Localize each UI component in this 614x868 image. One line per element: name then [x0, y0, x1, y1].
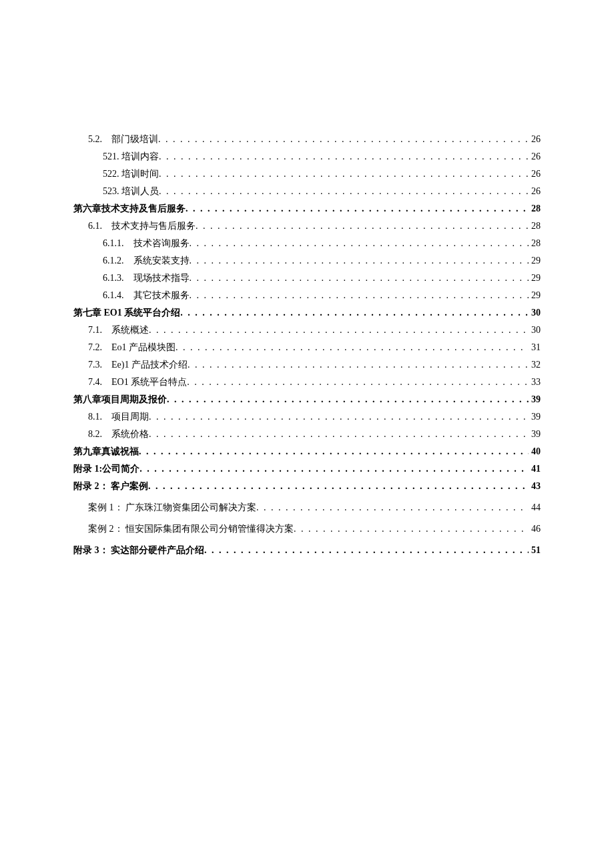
toc-leader-dots	[187, 377, 529, 388]
toc-label: 6.1. 技术支持与售后服务	[88, 220, 196, 232]
toc-page-number: 32	[529, 360, 541, 370]
toc-label: 6.1.2. 系统安装支持	[103, 255, 190, 267]
toc-page-number: 41	[529, 464, 541, 474]
toc-leader-dots	[176, 342, 529, 353]
toc-page-number: 51	[529, 545, 541, 556]
toc-entry: 8.1. 项目周期 39	[73, 411, 541, 423]
toc-page-number: 40	[529, 446, 541, 457]
toc-label: 第六章技术支持及售后服务	[73, 203, 186, 215]
toc-entry: 案例 2： 恒安国际集团有限公司分销管懂得决方案46	[73, 523, 541, 535]
toc-label: 6.1.1. 技术咨询服务	[103, 238, 190, 250]
toc-page-number: 39	[529, 394, 541, 405]
toc-leader-dots	[256, 502, 529, 513]
toc-label: 523. 培训人员	[103, 185, 159, 197]
toc-entry: 附录 2： 客户案例 43	[73, 480, 541, 492]
toc-page-number: 26	[529, 186, 541, 197]
toc-leader-dots	[190, 256, 529, 266]
toc-leader-dots	[159, 151, 529, 162]
toc-leader-dots	[190, 238, 529, 249]
toc-label: 5.2. 部门级培训	[88, 133, 158, 145]
toc-page-number: 26	[529, 134, 541, 145]
toc-page-number: 29	[529, 290, 541, 301]
toc-entry: 第八章项目周期及报价39	[73, 394, 541, 406]
toc-page-number: 29	[529, 256, 541, 266]
toc-label: 6.1.4. 其它技术服务	[103, 290, 190, 302]
toc-entry: 附录 1:公司简介 41	[73, 463, 541, 475]
toc-entry: 附录 3： 实达部分硬件产品介绍51	[73, 544, 541, 556]
toc-page-number: 28	[529, 203, 541, 214]
toc-leader-dots	[148, 481, 529, 492]
toc-entry: 7.1. 系统概述 30	[73, 324, 541, 336]
table-of-contents: 5.2. 部门级培训 26521. 培训内容 26522. 培训时间 26523…	[73, 133, 541, 556]
toc-entry: 521. 培训内容 26	[73, 151, 541, 163]
toc-label: 案例 2： 恒安国际集团有限公司分销管懂得决方案	[88, 523, 294, 535]
toc-label: 8.1. 项目周期	[88, 411, 149, 423]
toc-entry: 第六章技术支持及售后服务28	[73, 203, 541, 215]
toc-leader-dots	[167, 394, 529, 405]
toc-entry: 7.3. Ee)1 产品技术介绍32	[73, 359, 541, 371]
toc-leader-dots	[139, 446, 529, 457]
toc-label: 521. 培训内容	[103, 151, 159, 163]
toc-page-number: 39	[529, 429, 541, 440]
toc-leader-dots	[139, 464, 529, 474]
toc-leader-dots	[186, 203, 529, 214]
toc-label: 522. 培训时间	[103, 168, 159, 180]
toc-entry: 第七章 EO1 系统平台介绍30	[73, 307, 541, 319]
toc-entry: 7.2. Eo1 产品模块图 31	[73, 342, 541, 354]
toc-entry: 6.1. 技术支持与售后服务 28	[73, 220, 541, 232]
toc-entry: 6.1.1. 技术咨询服务28	[73, 238, 541, 250]
toc-entry: 522. 培训时间 26	[73, 168, 541, 180]
toc-label: 6.1.3. 现场技术指导	[103, 272, 190, 284]
toc-label: 7.2. Eo1 产品模块图	[88, 342, 176, 354]
toc-page-number: 28	[529, 238, 541, 249]
toc-leader-dots	[204, 545, 529, 556]
toc-label: 案例 1： 广东珠江物资集团公司解决方案	[88, 502, 256, 514]
toc-page-number: 33	[529, 377, 541, 388]
toc-label: 附录 3： 实达部分硬件产品介绍	[73, 544, 204, 556]
toc-entry: 6.1.3. 现场技术指导29	[73, 272, 541, 284]
toc-leader-dots	[159, 186, 529, 197]
toc-entry: 7.4. EO1 系统平台特点33	[73, 376, 541, 388]
toc-leader-dots	[149, 325, 529, 336]
toc-page-number: 43	[529, 481, 541, 492]
toc-entry: 8.2. 系统价格 39	[73, 428, 541, 440]
toc-page-number: 26	[529, 151, 541, 162]
toc-label: 第八章项目周期及报价	[73, 394, 167, 406]
toc-page-number: 31	[529, 342, 541, 353]
toc-entry: 第九章真诚祝福40	[73, 446, 541, 458]
toc-label: 附录 2： 客户案例	[73, 480, 148, 492]
toc-leader-dots	[159, 169, 529, 179]
toc-label: 第九章真诚祝福	[73, 446, 139, 458]
toc-entry: 案例 1： 广东珠江物资集团公司解决方案44	[73, 502, 541, 514]
toc-page-number: 26	[529, 169, 541, 179]
toc-leader-dots	[149, 412, 529, 422]
toc-page-number: 28	[529, 221, 541, 232]
toc-entry: 5.2. 部门级培训 26	[73, 133, 541, 145]
toc-entry: 6.1.2. 系统安装支持29	[73, 255, 541, 267]
toc-leader-dots	[190, 290, 529, 301]
toc-page-number: 44	[529, 502, 541, 513]
toc-leader-dots	[294, 524, 529, 534]
toc-page-number: 29	[529, 273, 541, 284]
toc-label: 8.2. 系统价格	[88, 428, 149, 440]
toc-label: 第七章 EO1 系统平台介绍	[73, 307, 180, 319]
toc-leader-dots	[190, 273, 529, 284]
toc-leader-dots	[196, 221, 529, 232]
toc-page-number: 30	[529, 308, 541, 318]
toc-page-number: 46	[529, 524, 541, 534]
toc-page-number: 30	[529, 325, 541, 336]
toc-entry: 523. 培训人员 26	[73, 185, 541, 197]
toc-label: 附录 1:公司简介	[73, 463, 139, 475]
toc-leader-dots	[180, 308, 529, 318]
toc-label: 7.4. EO1 系统平台特点	[88, 376, 187, 388]
toc-label: 7.3. Ee)1 产品技术介绍	[88, 359, 188, 371]
toc-entry: 6.1.4. 其它技术服务29	[73, 290, 541, 302]
toc-leader-dots	[158, 134, 529, 145]
toc-label: 7.1. 系统概述	[88, 324, 149, 336]
toc-leader-dots	[188, 360, 529, 370]
toc-page-number: 39	[529, 412, 541, 422]
toc-leader-dots	[149, 429, 529, 440]
